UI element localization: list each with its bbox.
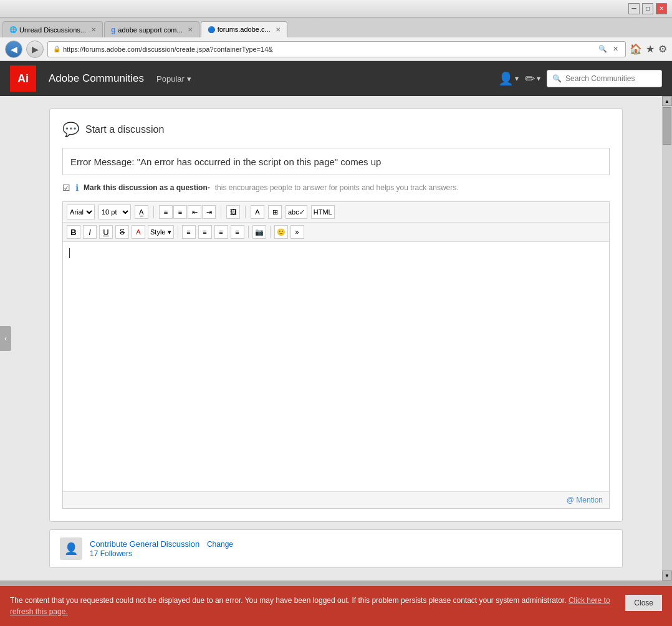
underline-button[interactable]: U (99, 225, 113, 239)
scroll-thumb[interactable] (663, 107, 671, 145)
question-desc: this encourages people to answer for poi… (215, 183, 459, 192)
sep4 (178, 226, 178, 238)
address-actions: 🔍 ✕ (597, 45, 620, 53)
discussion-title-input[interactable] (62, 148, 610, 175)
italic-button[interactable]: I (83, 225, 97, 239)
site-title[interactable]: Adobe Communities (49, 72, 144, 85)
tab-close-1[interactable]: ✕ (91, 26, 96, 33)
editor-toolbar-row1: Arial 10 pt A̲ ≡ ≡ ⇤ ⇥ 🖼 A ⊞ ab (63, 202, 609, 223)
insert-image-button[interactable]: 🖼 (226, 205, 240, 219)
discussion-card: 💬 Start a discussion // Set value direct… (49, 108, 623, 522)
question-label: Mark this discussion as a question- (84, 183, 210, 192)
font-family-select[interactable]: Arial (67, 205, 95, 219)
html-button[interactable]: HTML (311, 205, 335, 219)
address-bar[interactable]: 🔒 https://forums.adobe.com/discussion/cr… (47, 41, 626, 57)
search-icon: 🔍 (552, 74, 562, 83)
insert-table-button[interactable]: ⊞ (268, 205, 282, 219)
address-close-icon[interactable]: ✕ (611, 45, 620, 53)
sep2 (221, 206, 221, 218)
close-button[interactable]: ✕ (656, 3, 667, 14)
question-info-icon: ℹ (75, 183, 79, 193)
tab-close-2[interactable]: ✕ (188, 26, 193, 33)
error-close-button[interactable]: Close (625, 595, 662, 611)
font-color-button[interactable]: A (251, 205, 264, 219)
nav-popular[interactable]: Popular ▾ (156, 74, 191, 84)
tab-favicon-2: g (111, 26, 115, 34)
insert-media-button[interactable]: 📷 (252, 225, 266, 239)
followers-link[interactable]: 17 Followers (90, 549, 132, 558)
change-link[interactable]: Change (207, 540, 233, 549)
main-content: ‹ ▲ ▼ 💬 Start a discussion // Set value … (0, 96, 672, 580)
tab-forums-adobe[interactable]: 🔵 forums.adobe.c... ✕ (201, 21, 287, 37)
edit-icon: ✏ (525, 71, 535, 86)
address-favicon: 🔒 (53, 46, 60, 52)
sep5 (248, 226, 249, 238)
tab-adobe-support[interactable]: g adobe support com... ✕ (104, 21, 199, 37)
editor-area[interactable] (63, 242, 609, 491)
bold-button[interactable]: B (67, 225, 80, 239)
sep6 (270, 226, 271, 238)
maximize-button[interactable]: □ (642, 3, 653, 14)
card-heading: Start a discussion (85, 124, 164, 135)
adobe-logo: Ai (10, 65, 36, 92)
user-dropdown-icon: ▾ (515, 74, 519, 83)
back-button[interactable]: ◀ (5, 41, 22, 58)
unordered-list-button[interactable]: ≡ (159, 205, 173, 219)
contribute-label[interactable]: Contribute General Discussion (90, 539, 199, 549)
error-message: The content that you requested could not… (10, 595, 613, 617)
ordered-list-button[interactable]: ≡ (173, 205, 187, 219)
font-size-select[interactable]: 10 pt (98, 205, 131, 219)
decrease-indent-button[interactable]: ⇤ (188, 205, 201, 219)
editor-cursor (69, 248, 70, 258)
bottom-section: 👤 Contribute General Discussion Change 1… (49, 529, 623, 568)
align-left-button[interactable]: ≡ (182, 225, 196, 239)
scroll-up-button[interactable]: ▲ (662, 96, 672, 106)
mention-button[interactable]: @ Mention (567, 496, 603, 504)
strikethrough-button[interactable]: S (115, 225, 129, 239)
search-input[interactable] (565, 74, 653, 83)
minimize-button[interactable]: ─ (628, 3, 640, 14)
forward-button[interactable]: ▶ (26, 41, 44, 58)
browser-tabs: 🌐 Unread Discussions... ✕ g adobe suppor… (0, 17, 672, 37)
tab-close-3[interactable]: ✕ (276, 26, 281, 33)
tab-favicon-3: 🔵 (208, 26, 215, 33)
edit-button[interactable]: ✏ ▾ (525, 71, 540, 86)
scroll-down-button[interactable]: ▼ (662, 571, 672, 580)
question-row: ☑ ℹ Mark this discussion as a question- … (62, 183, 610, 193)
tab-favicon-1: 🌐 (9, 26, 17, 33)
align-center-button[interactable]: ≡ (198, 225, 212, 239)
align-right-button[interactable]: ≡ (214, 225, 228, 239)
more-button[interactable]: » (290, 225, 304, 239)
editor-footer[interactable]: @ Mention (63, 491, 609, 508)
user-avatar-button[interactable]: 👤 ▾ (498, 71, 519, 86)
popular-label: Popular (156, 74, 185, 84)
search-box[interactable]: 🔍 (547, 70, 662, 87)
browser-toolbar-icons: 🏠 ★ ⚙ (630, 43, 667, 55)
editor-toolbar-row2: B I U S A Style ▾ ≡ ≡ ≡ ≡ 📷 🙂 » (63, 223, 609, 242)
smiley-button[interactable]: 🙂 (274, 225, 288, 239)
tab-unread[interactable]: 🌐 Unread Discussions... ✕ (2, 21, 103, 37)
error-bar: The content that you requested could not… (0, 586, 672, 626)
tab-label-1: Unread Discussions... (19, 26, 86, 34)
align-justify-button[interactable]: ≡ (231, 225, 244, 239)
scrollbar[interactable]: ▲ ▼ (662, 96, 672, 580)
spell-check-button[interactable]: abc✓ (286, 205, 307, 219)
browser-toolbar: ◀ ▶ 🔒 https://forums.adobe.com/discussio… (0, 37, 672, 61)
browser-titlebar: ─ □ ✕ (0, 0, 672, 17)
address-search-icon[interactable]: 🔍 (597, 45, 609, 53)
increase-indent-button[interactable]: ⇥ (202, 205, 216, 219)
home-icon[interactable]: 🏠 (630, 43, 642, 55)
favorites-icon[interactable]: ★ (646, 43, 655, 55)
contributor-info: Contribute General Discussion Change 17 … (90, 539, 233, 558)
popular-dropdown-icon: ▾ (187, 74, 191, 84)
style-button[interactable]: Style ▾ (148, 225, 174, 239)
sidebar-toggle[interactable]: ‹ (0, 326, 11, 351)
avatar-icon: 👤 (64, 542, 78, 556)
font-color-inline-button[interactable]: A (132, 225, 145, 239)
text-color-button[interactable]: A̲ (135, 205, 148, 219)
settings-icon[interactable]: ⚙ (658, 43, 667, 55)
discussion-bubble-icon: 💬 (62, 122, 79, 138)
question-checkbox[interactable]: ☑ (62, 183, 70, 193)
title-buttons: ─ □ ✕ (628, 3, 667, 14)
tab-label-3: forums.adobe.c... (218, 26, 271, 33)
